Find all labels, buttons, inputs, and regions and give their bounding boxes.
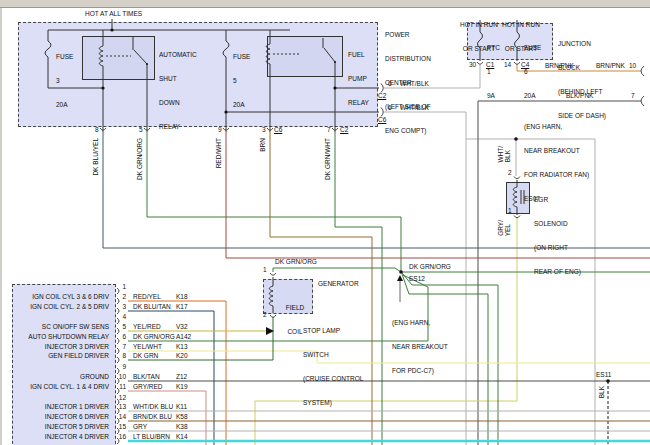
pdc-conn-c2-label: C2 (340, 126, 348, 134)
pcm-code-13: K11 (176, 403, 187, 410)
pcm-wire-8: DK GRN (133, 352, 158, 359)
pcm-wire-10: BLK/TAN (133, 373, 160, 380)
fuel-pump-relay-label: FUEL PUMP RELAY (348, 35, 369, 123)
es11-id-label: ES11 (596, 371, 611, 379)
pcm-row7-function: INJECTOR 3 DRIVER (14, 343, 109, 350)
pcm-wire-6: DK GRN/ORG (133, 333, 175, 340)
pcm-code-2: K18 (176, 293, 188, 300)
pcm-code-15: K38 (176, 423, 188, 430)
egr-wire-top-label-2: BLK (504, 150, 511, 162)
pcm-pin-1: 1 (116, 283, 126, 290)
egr-wire-bot-label-2: YEL (504, 224, 511, 236)
egr-pin1-label: 1 (508, 207, 512, 215)
pcm-pin-4: 4 (116, 313, 126, 320)
wire-label-dk-blu-yel: DK BLU/YEL (92, 138, 99, 176)
pdc-pin3-label: 3 (262, 126, 266, 134)
wire-dk-grn-org-pdc (147, 132, 401, 271)
out-c2-conn-label: C2 (378, 92, 386, 100)
pdc-conn-c6-label: C6 (274, 126, 282, 134)
pcm-pin-8: 8 (116, 352, 126, 359)
jb-conn-c4-label: C4 (521, 61, 529, 69)
pcm-code-3: K17 (176, 303, 188, 310)
generator-pin1-label: 1 (263, 266, 267, 274)
stop-lamp-switch-label: STOP LAMP SWITCH (CRUISE CONTROL SYSTEM) (303, 311, 363, 423)
wire-label-red-wht: RED/WHT (215, 138, 222, 168)
pcm-row15-function: INJECTOR 5 DRIVER (14, 423, 109, 430)
pcm-wire-3: DK BLU/TAN (133, 303, 171, 310)
right-edge-connector-pin7 (641, 96, 644, 106)
blk-pnk-label: BLK/PNK (566, 92, 593, 100)
egr-coil-symbol (513, 187, 517, 207)
out-c6-conn-label: C6 (378, 116, 386, 124)
pcm-row3-function: IGN COIL CYL. 2 & 5 DRIV (14, 303, 109, 310)
brn-pnk-label-1: BRN/PNK (545, 62, 574, 70)
pcm-row16-function: INJECTOR 4 DRIVER (14, 433, 109, 440)
pcm-wire-14: BRN/DK BLU (133, 413, 172, 420)
pdc-pin7-label: 7 (327, 126, 331, 134)
egr-pin2-label: 2 (508, 169, 512, 177)
generator-pin2-label: 2 (263, 311, 267, 319)
pdc-pin5-label: 5 (139, 126, 143, 134)
pcm-row11-function: IGN COIL CYL. 1 & 4 DRIV (14, 383, 109, 390)
pcm-wire-15: GRY (133, 423, 147, 430)
generator-wire-label: DK GRN/ORG (275, 258, 317, 266)
brn-pnk-label-2: BRN/PNK (596, 62, 625, 70)
pcm-pin-15: 15 (116, 423, 126, 430)
pin10-label: 10 (629, 62, 636, 70)
pcm-row10-function: GROUND (14, 373, 109, 380)
fuse3-symbol (45, 41, 51, 57)
pcm-code-10: Z12 (176, 373, 187, 380)
splice-dot-c6 (224, 110, 227, 113)
jb-conn-c1-label: C1 (486, 61, 494, 69)
splice-dot-fuse3 (101, 86, 104, 89)
pcm-pin-14: 14 (116, 413, 126, 420)
pcm-pin-12: 12 (116, 394, 126, 401)
out-c2-wire-label: WHT/BLK (400, 80, 429, 88)
pcm-wire-2: RED/YEL (133, 293, 161, 300)
pdc-pin8-label: 8 (95, 126, 99, 134)
out-c6-wire-label: WHT/BLK (400, 104, 429, 112)
wiring-diagram: HOT AT ALL TIMES FUSE 3 20A AUTOMATIC SH… (0, 0, 650, 445)
splice-dot-c2 (333, 86, 336, 89)
pcm-code-14: K58 (176, 413, 188, 420)
asd-switch-arm (134, 50, 147, 64)
pcm-pin-2: 2 (116, 293, 126, 300)
wire-label-brn: BRN (259, 138, 266, 152)
pcm-wire-7: YEL/WHT (133, 343, 162, 350)
pcm-row5-function: SC ON/OFF SW SENS (14, 323, 109, 330)
pcm-wire-5: YEL/RED (133, 323, 161, 330)
right-edge-connector-pin10 (641, 66, 644, 76)
pcm-pin-5: 5 (116, 323, 126, 330)
fp-switch-arm (324, 48, 335, 62)
pcm-pin-3: 3 (116, 303, 126, 310)
pcm-wire-11: GRY/RED (133, 383, 163, 390)
pcm-row2-function: IGN COIL CYL 3 & 6 DRIV (14, 293, 109, 300)
es12-pointer-arrowhead (397, 275, 403, 281)
egr-pin1-connector (514, 216, 520, 218)
es12-id-label: ES12 (409, 275, 425, 283)
egr-name-label: EGR SOLENOID (ON RIGHT REAR OF ENG) (534, 180, 581, 292)
es12-wire-label: DK GRN/ORG (409, 263, 451, 271)
out-c2-pin-label: 6 (388, 80, 392, 88)
hot-at-all-times-label: HOT AT ALL TIMES (85, 10, 142, 18)
pcm-wire-16: LT BLU/BRN (133, 433, 170, 440)
ptc-label: PTC 1 9A (487, 28, 500, 116)
generator-pin2-connector (270, 315, 276, 317)
pcm-row13-function: INJECTOR 1 DRIVER (14, 403, 109, 410)
pcm-code-7: K13 (176, 343, 188, 350)
fuse3-label: FUSE 3 20A (56, 37, 73, 125)
wire-yel-wht (128, 351, 650, 363)
asd-relay-label: AUTOMATIC SHUT DOWN RELAY (159, 35, 197, 147)
asd-switch-pivot (146, 63, 148, 65)
pcm-row14-function: INJECTOR 6 DRIVER (14, 413, 109, 420)
fp-switch-pivot (334, 61, 336, 63)
fuse5-symbol (223, 41, 229, 57)
jb-pin14-label: 14 (504, 61, 511, 69)
fp-coil-symbol (266, 44, 270, 64)
es12-note-label: (ENG HARN, NEAR BREAKOUT FOR PDC-C7) (392, 303, 448, 391)
wire-label-dk-grn-wht: DK GRN/WHT (324, 138, 331, 180)
pcm-pin-11: 11 (116, 383, 126, 390)
splice-dot-es07 (514, 137, 518, 141)
out-c6-pin-label: 6 (388, 104, 392, 112)
pcm-pin-10: 10 (116, 373, 126, 380)
